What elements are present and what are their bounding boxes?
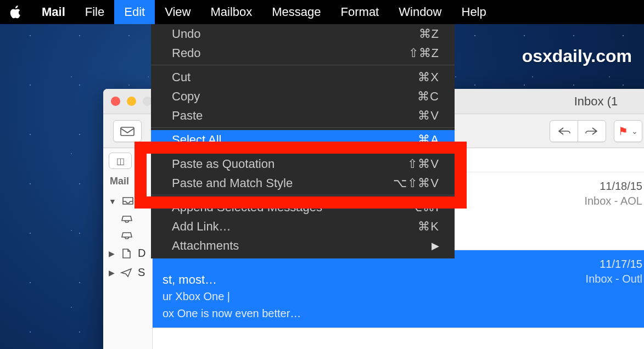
disclosure-triangle-icon: ▼	[109, 197, 116, 206]
message-source: Inbox - Outl	[586, 273, 642, 287]
menu-item-label: Select All	[172, 133, 222, 147]
menu-item-label: Redo	[172, 46, 201, 60]
traffic-lights	[111, 97, 152, 106]
menu-item-label: Paste and Match Style	[172, 176, 293, 190]
menu-item-shortcut: ⇧⌘V	[407, 157, 439, 171]
menu-item-select-all[interactable]: Select All ⌘A	[151, 130, 455, 149]
sidebar-heading: Mail	[110, 176, 152, 187]
menubar-view[interactable]: View	[155, 0, 200, 24]
menubar-edit[interactable]: Edit	[114, 0, 155, 24]
menu-item-label: Paste as Quotation	[172, 157, 275, 171]
minimize-button[interactable]	[127, 97, 136, 106]
menu-item-label: Attachments	[172, 239, 239, 253]
menubar-window[interactable]: Window	[389, 0, 451, 24]
apple-logo-icon[interactable]	[10, 5, 22, 19]
menu-separator	[151, 151, 455, 152]
sidebar-item-label: S	[138, 266, 145, 279]
menu-item-add-link[interactable]: Add Link… ⌘K	[151, 217, 455, 236]
sidebar-toggle-button[interactable]: ◫	[109, 153, 132, 169]
svg-rect-0	[121, 127, 134, 136]
message-date: 11/17/15	[600, 258, 642, 271]
menu-item-shortcut: ⌘Z	[419, 27, 439, 41]
menubar-format[interactable]: Format	[331, 0, 389, 24]
menu-item-redo[interactable]: Redo ⇧⌘Z	[151, 43, 455, 63]
sidebar-item-drafts[interactable]: ▶ D	[109, 244, 152, 263]
get-mail-button[interactable]	[113, 120, 142, 142]
sidebar: ◫ Mail ▼ I ▶ D ▶ S	[103, 148, 153, 349]
watermark-text: osxdaily.com	[522, 46, 632, 66]
menu-item-shortcut: ⌘A	[418, 133, 439, 147]
menu-item-shortcut: ⌘C	[417, 89, 439, 104]
document-icon	[120, 249, 132, 258]
menubar-app-name[interactable]: Mail	[32, 0, 75, 24]
tray-icon	[121, 230, 133, 240]
disclosure-triangle-icon: ▶	[109, 249, 115, 258]
reply-group	[550, 120, 606, 142]
menubar-help[interactable]: Help	[452, 0, 496, 24]
menu-item-paste[interactable]: Paste ⌘V	[151, 106, 455, 125]
menu-item-shortcut: ⌘V	[418, 109, 439, 123]
sidebar-item-label: I	[139, 195, 143, 207]
menu-item-label: Paste	[172, 109, 203, 123]
menu-item-shortcut: ⌥⌘I	[408, 200, 439, 215]
menu-item-attachments[interactable]: Attachments ▶	[151, 236, 455, 255]
message-preview-line: ur Xbox One |	[163, 289, 642, 304]
menu-separator	[151, 127, 455, 128]
menu-item-label: Cut	[172, 70, 191, 85]
submenu-arrow-icon: ▶	[432, 240, 439, 252]
menu-separator	[151, 65, 455, 65]
window-title: Inbox (1	[547, 94, 644, 109]
menu-item-shortcut: ⌘X	[418, 70, 439, 85]
tray-icon	[121, 214, 133, 224]
flag-button[interactable]: ⚑ ⌄	[614, 120, 642, 142]
menu-item-undo[interactable]: Undo ⌘Z	[151, 24, 455, 43]
forward-button[interactable]	[578, 120, 606, 142]
close-button[interactable]	[111, 97, 120, 106]
message-row[interactable]: 11/17/15 st, most… Inbox - Outl ur Xbox …	[153, 250, 644, 328]
reply-button[interactable]	[550, 120, 578, 142]
message-subject: st, most…	[163, 273, 217, 287]
menu-item-label: Copy	[172, 89, 200, 104]
menu-item-label: Add Link…	[172, 219, 231, 234]
menu-item-label: Append Selected Messages	[172, 200, 322, 215]
menu-item-paste-quotation[interactable]: Paste as Quotation ⇧⌘V	[151, 154, 455, 173]
flag-icon: ⚑	[618, 125, 628, 138]
menu-item-label: Undo	[172, 27, 201, 41]
message-source: Inbox - AOL	[584, 195, 642, 209]
sidebar-item-sent[interactable]: ▶ S	[109, 263, 152, 282]
menu-separator	[151, 195, 455, 195]
menu-item-shortcut: ⇧⌘Z	[408, 46, 439, 60]
message-preview-line: ox One is now even better…	[163, 306, 642, 321]
sidebar-item-tray-1[interactable]	[109, 211, 152, 227]
disclosure-triangle-icon: ▶	[109, 268, 115, 277]
sidebar-item-label: D	[138, 247, 145, 260]
sidebar-item-tray-2[interactable]	[109, 227, 152, 244]
menu-item-append-selected[interactable]: Append Selected Messages ⌥⌘I	[151, 198, 455, 217]
menubar-file[interactable]: File	[75, 0, 114, 24]
menubar-mailbox[interactable]: Mailbox	[200, 0, 262, 24]
menu-item-paste-match-style[interactable]: Paste and Match Style ⌥⇧⌘V	[151, 173, 455, 193]
chevron-down-icon: ⌄	[631, 127, 638, 136]
menu-item-cut[interactable]: Cut ⌘X	[151, 67, 455, 87]
inbox-icon	[122, 196, 134, 206]
menu-item-shortcut: ⌥⇧⌘V	[393, 176, 439, 190]
message-date: 11/18/15	[600, 180, 642, 193]
menubar-message[interactable]: Message	[262, 0, 331, 24]
menu-item-shortcut: ⌘K	[418, 219, 439, 234]
sidebar-item-inbox[interactable]: ▼ I	[109, 192, 152, 211]
edit-menu-dropdown: Undo ⌘Z Redo ⇧⌘Z Cut ⌘X Copy ⌘C Paste ⌘V…	[151, 24, 455, 258]
menu-item-copy[interactable]: Copy ⌘C	[151, 87, 455, 106]
menubar: Mail File Edit View Mailbox Message Form…	[0, 0, 644, 24]
sent-icon	[120, 268, 132, 278]
